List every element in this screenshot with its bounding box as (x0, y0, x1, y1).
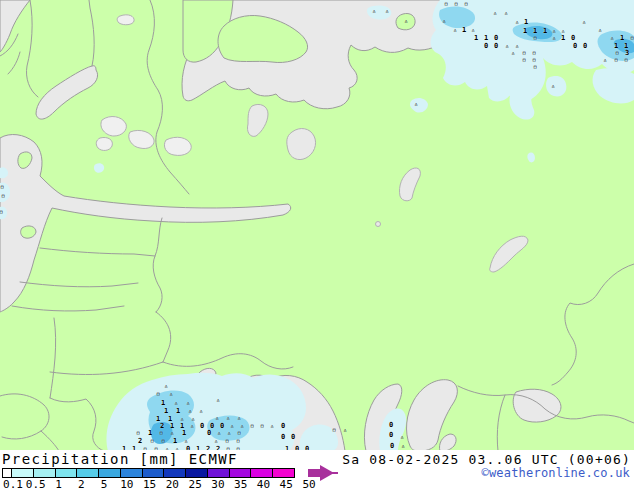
weather-marker: ▵ (215, 415, 219, 422)
legend-color-cell (229, 468, 252, 478)
weather-marker: ▵ (199, 408, 203, 415)
weather-marker: 1 (620, 35, 624, 42)
weather-marker: ▵ (400, 434, 404, 441)
weather-marker: 0 (389, 422, 393, 429)
weather-marker: ▵ (174, 400, 178, 407)
weather-marker: 1 (474, 35, 478, 42)
weather-marker: ▵ (603, 57, 607, 64)
weather-marker: 1 (462, 27, 466, 34)
weather-marker: ▵ (493, 10, 497, 17)
legend-colorbar (3, 468, 295, 478)
weather-marker: ▫ (250, 423, 254, 430)
legend-tick-label: 20 (166, 478, 179, 490)
legend-color-cell (33, 468, 56, 478)
weather-marker: ▫ (533, 64, 537, 71)
legend-ticks: 0.10.5125101520253035404550 (0, 478, 360, 490)
legend-tick-label: 0.5 (26, 478, 46, 490)
weather-marker: ▫ (161, 438, 165, 445)
weather-marker: ▵ (610, 35, 614, 42)
weather-marker: ▵ (504, 10, 508, 17)
legend-tick-label: 5 (101, 478, 108, 490)
legend-tick-label: 2 (78, 478, 85, 490)
weather-marker: 1 (561, 35, 565, 42)
legend-tick-label: 40 (257, 478, 270, 490)
weather-marker: 0 (573, 43, 577, 50)
weather-marker: ▵ (414, 101, 418, 108)
weather-marker: 0 (207, 430, 211, 437)
legend-tick-label: 10 (120, 478, 133, 490)
weather-marker: ▫ (533, 35, 537, 42)
copyright-link[interactable]: ©weatheronline.co.uk (482, 466, 631, 480)
weather-marker: ▫ (614, 57, 618, 64)
weather-marker: ▫ (0, 209, 3, 216)
weather-marker: ▵ (237, 415, 241, 422)
weather-marker: ▫ (1, 193, 5, 200)
weather-marker: 0 (390, 443, 394, 450)
weather-marker: ▫ (444, 1, 448, 8)
legend-tick-label: 45 (280, 478, 293, 490)
weather-marker: 0 (200, 423, 204, 430)
legend-color-cell (142, 468, 165, 478)
weather-marker: ▵ (385, 8, 389, 15)
weather-marker: ▵ (552, 35, 556, 42)
weather-marker: ▫ (522, 57, 526, 64)
weather-marker: 1 (148, 430, 152, 437)
weather-marker: 0 (494, 43, 498, 50)
legend-color-cell (207, 468, 230, 478)
weather-marker: ▵ (184, 438, 188, 445)
weather-marker: ▵ (404, 18, 408, 25)
legend-tick-label: 50 (302, 478, 315, 490)
legend-strip: Precipitation [mm] ECMWF Sa 08-02-2025 0… (0, 450, 634, 490)
weather-marker: 1 (173, 438, 177, 445)
weather-marker: ▫ (237, 430, 241, 437)
forecast-datetime: Sa 08-02-2025 03..06 UTC (00+06) (342, 452, 631, 467)
legend-color-cell (250, 468, 273, 478)
legend-color-cell (272, 468, 295, 478)
weather-marker: ▵ (401, 443, 405, 450)
legend-color-cell (163, 468, 186, 478)
weather-marker: 1 (182, 430, 186, 437)
weather-marker: ▵ (186, 400, 190, 407)
weather-marker: 0 (583, 43, 587, 50)
legend-color-cell (11, 468, 34, 478)
weather-marker: ▵ (505, 43, 509, 50)
weather-marker: ▵ (216, 397, 220, 404)
weather-marker: ▵ (227, 430, 231, 437)
weather-marker: ▵ (453, 27, 457, 34)
weather-marker: ▵ (169, 391, 173, 398)
legend-color-cell (55, 468, 78, 478)
weather-map-screenshot: ▵▵▫▫▫▵▵▵▵▵1▵▵1▵▵111▵▵110▫▵10▵1▫00▵▵0011▵… (0, 0, 634, 490)
weather-marker: ▫ (624, 57, 628, 64)
weather-marker: ▫ (136, 430, 140, 437)
weather-marker: ▵ (190, 423, 194, 430)
weather-marker: ▵ (551, 83, 555, 90)
legend-title: Precipitation [mm] ECMWF (2, 451, 238, 467)
weather-marker: ▵ (598, 27, 602, 34)
weather-marker: ▵ (515, 19, 519, 26)
marker-layer: ▵▵▫▫▫▵▵▵▵▵1▵▵1▵▵111▵▵110▫▵10▵1▫00▵▵0011▵… (0, 0, 634, 451)
legend-tick-label: 15 (143, 478, 156, 490)
weather-marker: ▵ (372, 8, 376, 15)
weather-marker: ▫ (150, 438, 154, 445)
weather-marker: 1 (543, 28, 547, 35)
weather-marker: ▵ (582, 19, 586, 26)
legend-tick-label: 25 (189, 478, 202, 490)
legend-tick-label: 1 (55, 478, 62, 490)
weather-marker: ▫ (332, 427, 336, 434)
weather-marker: 0 (494, 35, 498, 42)
weather-marker: 0 (484, 43, 488, 50)
weather-marker: 1 (524, 19, 528, 26)
weather-marker: 1 (161, 400, 165, 407)
weather-marker: ▫ (156, 391, 160, 398)
weather-marker: ▫ (236, 438, 240, 445)
weather-marker: ▵ (471, 27, 475, 34)
weather-marker: ▵ (515, 43, 519, 50)
legend-tick-label: 30 (211, 478, 224, 490)
weather-marker: ▫ (225, 438, 229, 445)
legend-tick-label: 35 (234, 478, 247, 490)
weather-marker: ▫ (260, 423, 264, 430)
weather-marker: ▵ (511, 50, 515, 57)
weather-marker: 0 (281, 423, 285, 430)
map-area: ▵▵▫▫▫▵▵▵▵▵1▵▵1▵▵111▵▵110▫▵10▵1▫00▵▵0011▵… (0, 0, 634, 451)
weather-marker: ▵ (188, 408, 192, 415)
